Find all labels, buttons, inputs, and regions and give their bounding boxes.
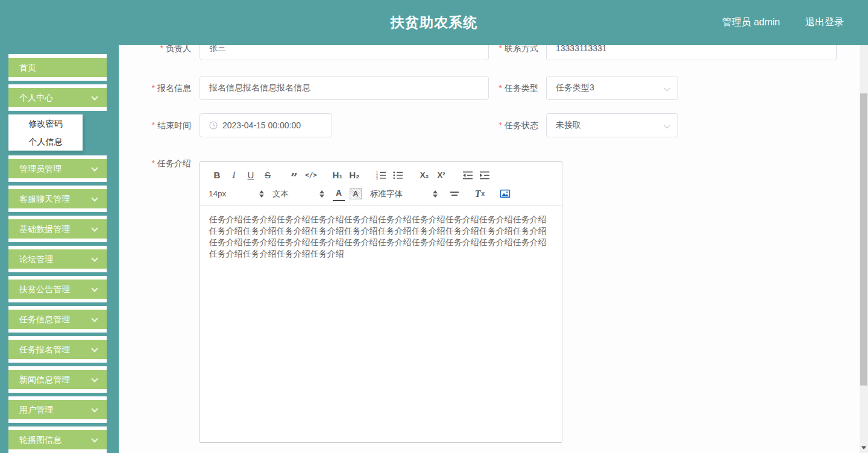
font-family-select[interactable]: 标准字体 [370, 189, 438, 199]
task-status-select[interactable]: 未接取 [546, 113, 678, 137]
logout-link[interactable]: 退出登录 [805, 16, 844, 29]
registration-label: *报名信息 [119, 76, 191, 100]
sidebar-item-admin-management[interactable]: 管理员管理 [8, 155, 107, 182]
required-mark: * [499, 83, 502, 93]
line-height-icon[interactable] [446, 187, 463, 201]
chevron-down-icon [92, 226, 97, 231]
sidebar-item-forum[interactable]: 论坛管理 [8, 246, 107, 272]
contact-label: *联系方式 [466, 45, 538, 60]
registration-input[interactable]: 报名信息报名信息报名信息 [200, 76, 489, 100]
app-header: 扶贫助农系统 管理员 admin 退出登录 [0, 0, 868, 45]
personal-center-submenu: 修改密码 个人信息 [8, 114, 83, 151]
sidebar-item-carousel-info[interactable]: 轮播图信息 [8, 426, 107, 453]
subscript-button[interactable]: X₂ [416, 168, 433, 183]
required-mark: * [152, 120, 155, 130]
end-time-label: *结束时间 [119, 113, 191, 137]
sidebar-item-task-registration[interactable]: 任务报名管理 [8, 336, 107, 363]
end-time-datepicker[interactable]: 2023-04-15 00:00:00 [200, 113, 332, 137]
underline-button[interactable]: U [242, 168, 259, 183]
task-intro-label: *任务介绍 [119, 157, 191, 169]
chevron-down-icon [92, 376, 97, 381]
superscript-button[interactable]: X² [433, 168, 450, 183]
clear-format-button[interactable]: Tx [471, 187, 488, 201]
sidebar-item-user-management[interactable]: 用户管理 [8, 396, 107, 423]
main-form-area: *负责人 张三 *联系方式 13333113331 *报名信息 报名信息报名信息… [119, 45, 860, 453]
header-right: 管理员 admin 退出登录 [722, 0, 844, 45]
sidebar-item-customer-service-chat[interactable]: 客服聊天管理 [8, 186, 107, 212]
chevron-down-icon [664, 86, 670, 91]
chevron-down-icon [92, 437, 97, 442]
page-layout: 首页 个人中心 修改密码 个人信息 管理员管理 客服聊天管理 基础数据管理 论坛… [0, 45, 868, 453]
blockquote-button[interactable]: ” [286, 168, 303, 183]
task-type-label: *任务类型 [466, 76, 538, 100]
task-type-select[interactable]: 任务类型3 [546, 76, 678, 100]
chevron-down-icon [92, 196, 97, 201]
chevron-down-icon [92, 407, 97, 411]
chevron-down-icon [92, 286, 97, 291]
current-user-label: 管理员 admin [722, 16, 780, 29]
person-label: *负责人 [119, 45, 191, 60]
code-button[interactable]: </> [303, 168, 319, 183]
rich-text-editor: B I U S ” </> H₁ H₂ 123 [200, 161, 562, 443]
italic-button[interactable]: I [225, 168, 242, 183]
editor-toolbar: B I U S ” </> H₁ H₂ 123 [200, 162, 562, 206]
required-mark: * [499, 45, 502, 53]
chevron-down-icon [92, 166, 97, 170]
task-status-label: *任务状态 [466, 113, 538, 137]
sidebar-item-poverty-announcement[interactable]: 扶贫公告管理 [8, 276, 107, 302]
scrollbar-down-arrow[interactable] [860, 445, 868, 452]
updown-spinner-icon [319, 190, 324, 198]
format-select[interactable]: 文本 [272, 189, 324, 199]
submenu-item-personal-info[interactable]: 个人信息 [8, 133, 83, 151]
strikethrough-button[interactable]: S [259, 168, 276, 183]
required-mark: * [160, 45, 163, 53]
sidebar-item-task-info[interactable]: 任务信息管理 [8, 306, 107, 333]
editor-content[interactable]: 任务介绍任务介绍任务介绍任务介绍任务介绍任务介绍任务介绍任务介绍任务介绍任务介绍… [200, 206, 562, 445]
svg-text:3: 3 [376, 176, 378, 179]
unordered-list-icon[interactable] [389, 168, 406, 183]
sidebar-item-basic-data[interactable]: 基础数据管理 [8, 216, 107, 242]
bold-button[interactable]: B [209, 168, 225, 183]
updown-spinner-icon [259, 190, 264, 198]
chevron-down-icon [92, 316, 97, 321]
outdent-icon[interactable] [459, 168, 476, 183]
chevron-down-icon [92, 256, 97, 261]
sidebar-nav: 首页 个人中心 修改密码 个人信息 管理员管理 客服聊天管理 基础数据管理 论坛… [0, 45, 119, 453]
sidebar-item-news-info[interactable]: 新闻信息管理 [8, 366, 107, 393]
contact-input[interactable]: 13333113331 [546, 45, 837, 60]
highlight-color-button[interactable]: A [350, 188, 362, 199]
required-mark: * [152, 83, 155, 93]
font-size-select[interactable]: 14px [209, 189, 264, 198]
insert-image-icon[interactable] [497, 187, 514, 201]
required-mark: * [152, 158, 155, 168]
chevron-down-icon [92, 95, 97, 99]
sidebar-item-home[interactable]: 首页 [8, 54, 107, 81]
scrollbar-thumb[interactable] [860, 93, 867, 386]
ordered-list-icon[interactable]: 123 [373, 168, 389, 183]
page-scrollbar[interactable] [860, 45, 868, 453]
chevron-down-icon [664, 123, 670, 128]
submenu-item-change-password[interactable]: 修改密码 [8, 114, 83, 133]
person-input[interactable]: 张三 [200, 45, 489, 60]
indent-icon[interactable] [476, 168, 493, 183]
required-mark: * [499, 120, 502, 130]
sidebar-item-personal-center[interactable]: 个人中心 [8, 84, 107, 111]
heading1-button[interactable]: H₁ [329, 168, 346, 183]
clock-icon [209, 121, 218, 130]
updown-spinner-icon [433, 190, 438, 198]
heading2-button[interactable]: H₂ [346, 168, 363, 183]
chevron-down-icon [92, 346, 97, 351]
font-color-button[interactable]: A [333, 187, 345, 201]
